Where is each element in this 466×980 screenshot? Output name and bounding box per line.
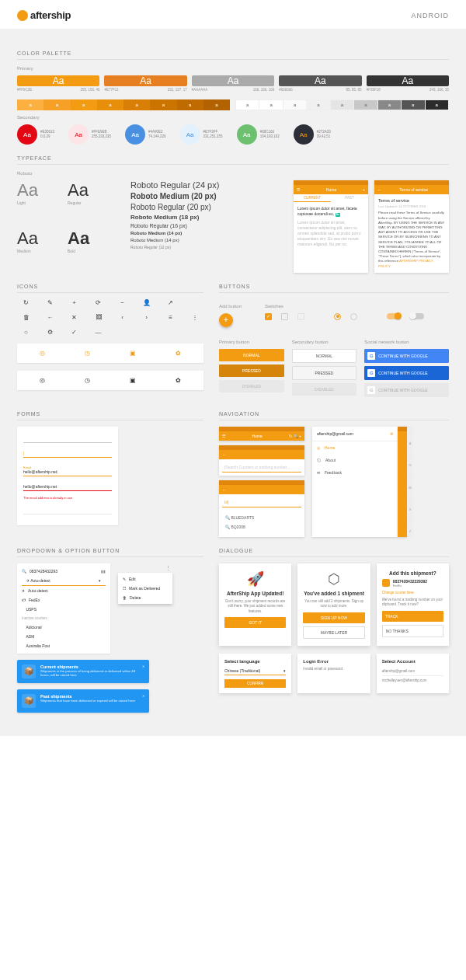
swatch: Aa [17,75,99,86]
clock-icon[interactable]: ◷ [85,350,90,357]
close-icon[interactable]: ✕ [142,664,144,668]
drawer-feedback[interactable]: ✉Feedback [312,466,398,479]
secondary-button-pressed[interactable]: PRESSED [292,366,357,380]
secondary-swatch-row: Aa#E306130,0,29 Aa#FFE9EB255,233,235 Aa#… [17,124,449,145]
input-focused[interactable]: | [23,448,112,458]
chevron-right-icon: › [137,314,155,321]
dialog-add-shipment: Add this shipment? 0837428432229392FedEx… [377,563,449,646]
edit-icon: ✎ [41,299,59,306]
google-button-pressed[interactable]: GCONTINUE WITH GOOGLE [364,366,449,380]
hamburger-icon[interactable]: ☰ [297,187,300,192]
option-usps[interactable]: USPS [17,605,110,614]
radio-off[interactable] [350,313,357,320]
chat-icon[interactable]: ▣ [130,377,136,384]
dialog-updated: 🚀 AfterShip App Updated! Don't worry, yo… [219,563,291,646]
primary-button-normal[interactable]: NORMAL [219,349,284,361]
carrier-icon [382,579,390,587]
option-aupost[interactable]: Australia Post [17,641,110,650]
confirm-button[interactable]: CONFIRM [224,679,286,688]
target-icon[interactable]: ◎ [40,350,45,357]
radio-on[interactable] [334,313,341,320]
primary-button-pressed[interactable]: PRESSED [219,364,284,377]
banner-current: 📦 Current shipmentsShipments in the proc… [17,660,149,683]
search-result[interactable]: 🔍 BQ2008 [225,522,298,532]
google-button-disabled: GCONTINUE WITH GOOGLE [364,383,449,397]
chevron-down-icon[interactable]: ▾ [99,578,101,583]
dash-icon: — [89,329,107,336]
search-icon[interactable]: 🔍 [294,434,298,438]
search-input[interactable]: |Search Couriers or tracking number… [222,462,301,473]
change-courier-link[interactable]: Change courier here [382,591,414,595]
back-icon[interactable]: ← [222,487,226,492]
info-icon: ⓘ [317,458,321,462]
got-it-button[interactable]: GOT IT [224,617,286,628]
menu-edit[interactable]: ✎Edit [118,574,172,584]
plus-icon[interactable]: + [299,434,301,438]
brand-name: aftership [30,9,71,21]
chevron-down-icon: ▾ [283,668,286,673]
track-button[interactable]: TRACK [382,611,443,622]
input-error[interactable]: hello@aftership.net [23,481,112,491]
close-icon[interactable]: ✕ [142,694,144,698]
fab-add-button[interactable]: + [219,313,233,327]
drawer-about[interactable]: ⓘAbout [312,454,398,466]
toggle-on[interactable] [387,313,401,319]
account-option[interactable]: aftership@gmail.com [382,667,443,676]
package-icon: ⬡ [328,570,340,588]
search-input-typed[interactable]: bl| [222,497,301,507]
search-result[interactable]: 🔍 BLUEDARTS [225,513,298,522]
section-color-palette: COLOR PALETTE [17,51,449,60]
option-auto[interactable]: ✈Auto-detect [17,586,110,595]
menu-mark-delivered[interactable]: ☐Mark as Delivered [118,584,172,593]
nav-drawer: aftership@gmail.com⚙ ◎Home ⓘAbout ✉Feedb… [312,427,398,537]
checkbox-off[interactable] [281,313,288,320]
gear-icon[interactable]: ✿ [176,350,181,357]
drawer-home[interactable]: ◎Home [312,441,398,454]
swatch: Aa [104,75,186,86]
section-dialogue: DIALOGUE [219,548,449,557]
no-thanks-button[interactable]: NO THANKS [382,625,443,637]
back-icon[interactable]: ← [222,452,226,457]
scroll-index[interactable]: ·A·G·M·S·Z [407,427,413,537]
plus-icon[interactable]: + [363,187,365,192]
option-fedex[interactable]: 🏷FedEx [17,595,110,605]
clock-icon[interactable]: ◷ [85,377,90,384]
dialog-language: Select language Chinese (Traditional)▾ C… [219,654,291,693]
swatch: Aa [279,75,361,86]
menu-delete[interactable]: 🗑Delete [118,593,172,602]
input-filled[interactable]: Emailhello@aftership.net| [23,462,112,476]
close-icon: ✕ [65,314,83,321]
share-icon: ↗ [162,299,179,306]
barcode-icon[interactable]: ▮▮ [101,569,106,574]
refresh-icon: ↻ [17,299,35,306]
option-adm[interactable]: ADM [17,632,110,641]
secondary-button-normal[interactable]: NORMAL [292,349,357,363]
option-adicional[interactable]: Adicional [17,623,110,632]
gear-icon: ⚙ [41,329,59,336]
gear-icon[interactable]: ⚙ [390,431,393,436]
swatch: Aa [367,75,449,86]
back-icon[interactable]: ← [377,187,381,192]
maybe-later-button[interactable]: MAYBE LATER [303,626,364,639]
signup-button[interactable]: SIGN UP NOW [303,612,364,623]
input-disabled [23,504,112,514]
language-select[interactable]: Chinese (Traditional)▾ [224,667,286,675]
section-forms: FORMS [17,411,203,420]
courier-dropdown: 🔍0837428432293▮▮ ✈ Auto-detect▾ ✈Auto-de… [17,563,110,654]
context-menu: ✎Edit ☐Mark as Delivered 🗑Delete [118,573,172,604]
refresh-icon[interactable]: ↻ [289,434,292,438]
type-preview-home: ☰Home+ CURRENTPAST Lorem ipsum dolor sit… [294,180,368,273]
check-icon: ✓ [65,329,83,336]
hamburger-icon[interactable]: ☰ [222,434,225,438]
gear-icon[interactable]: ✿ [176,377,181,384]
google-button-normal[interactable]: GCONTINUE WITH GOOGLE [364,349,449,363]
target-icon[interactable]: ◎ [40,377,45,384]
checkbox-on[interactable] [265,313,272,320]
section-buttons: BUTTONS [219,284,449,293]
chat-icon[interactable]: ▣ [130,350,136,357]
input-empty[interactable] [23,433,112,443]
account-option[interactable]: michelleyuen@aftership.com [382,676,443,685]
trash-icon: 🗑 [17,314,35,321]
toggle-off[interactable] [410,313,424,319]
overflow-menu-trigger[interactable]: ⋮ [118,563,172,573]
